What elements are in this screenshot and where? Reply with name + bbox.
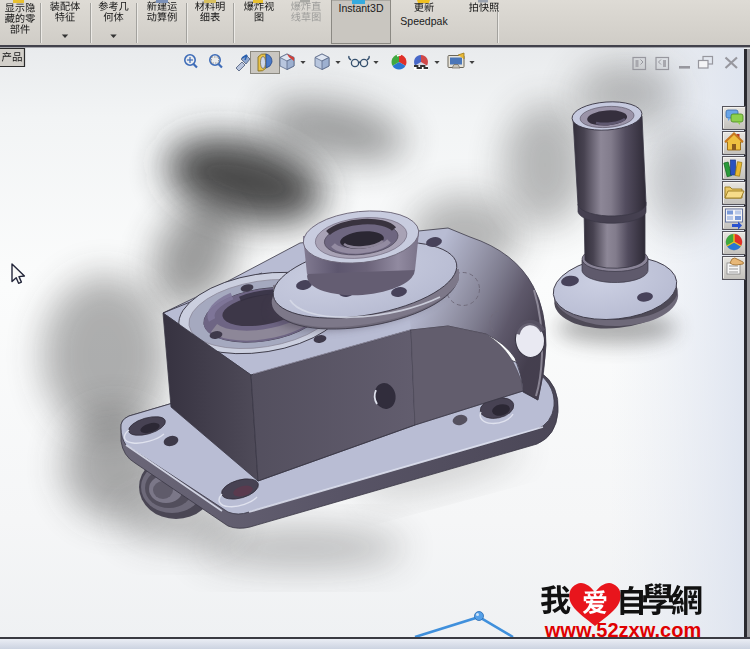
svg-text:Speedpak: Speedpak	[400, 15, 448, 27]
